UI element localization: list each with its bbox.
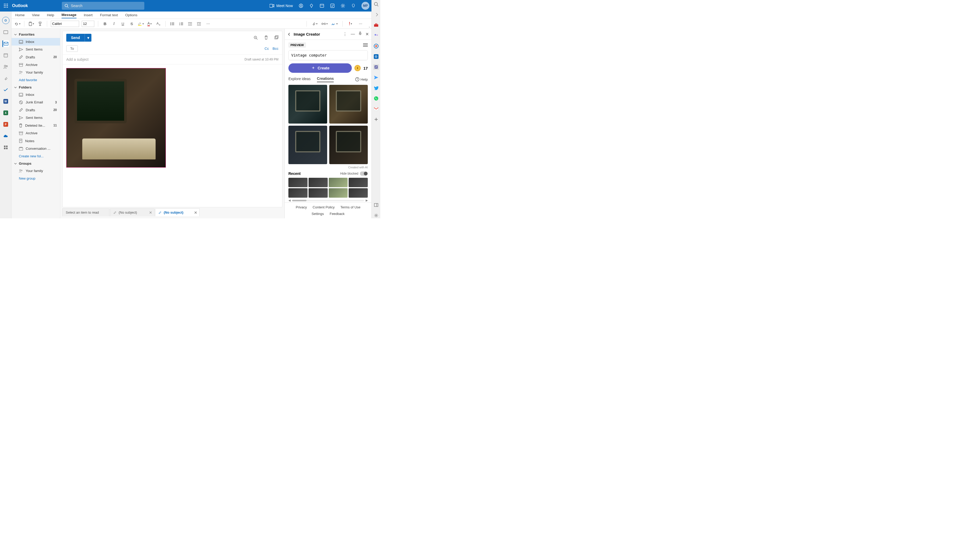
discard-button[interactable] xyxy=(264,35,268,40)
recent-thumb[interactable] xyxy=(289,178,307,187)
draft-tab-1[interactable]: (No subject)✕ xyxy=(110,208,155,216)
creation-thumbnail-1[interactable] xyxy=(289,85,327,123)
folder-junk[interactable]: Junk Email3 xyxy=(12,98,60,106)
search-input[interactable] xyxy=(71,4,117,8)
draft-tab-2[interactable]: (No subject)✕ xyxy=(155,208,200,216)
settings-icon[interactable] xyxy=(340,3,345,8)
excel-icon[interactable]: X xyxy=(2,110,9,116)
tab-home[interactable]: Home xyxy=(15,12,25,18)
format-painter-button[interactable] xyxy=(37,21,43,27)
minimize-button[interactable]: — xyxy=(351,32,355,37)
meet-now-button[interactable]: Meet Now xyxy=(270,4,293,8)
add-favorite-link[interactable]: Add favorite xyxy=(12,76,60,84)
pin-button[interactable] xyxy=(359,32,362,37)
search-box[interactable] xyxy=(62,2,144,10)
profile-avatar[interactable]: MP xyxy=(362,2,369,10)
decrease-indent-button[interactable] xyxy=(187,21,193,27)
bullet-list-button[interactable] xyxy=(169,21,175,27)
mail-new-icon[interactable] xyxy=(2,29,9,36)
to-button[interactable]: To xyxy=(66,45,78,52)
importance-button[interactable]: !▾ xyxy=(347,21,354,27)
folders-header[interactable]: Folders xyxy=(12,84,60,91)
reading-tab-notice[interactable]: Select an item to read xyxy=(62,208,110,216)
toolbox-icon[interactable] xyxy=(373,22,379,28)
recent-thumb[interactable] xyxy=(349,178,368,187)
copilot-icon[interactable] xyxy=(373,43,379,49)
side-panel-icon[interactable] xyxy=(373,202,379,208)
subject-input[interactable] xyxy=(66,57,245,62)
twitter-icon[interactable] xyxy=(373,85,379,91)
recent-thumb[interactable] xyxy=(329,178,348,187)
font-color-button[interactable]: A▾ xyxy=(147,21,153,27)
footer-terms[interactable]: Terms of Use xyxy=(340,205,360,209)
folder-conversation[interactable]: Conversation ... xyxy=(12,145,60,152)
folder-notes[interactable]: Notes xyxy=(12,137,60,145)
zoom-button[interactable] xyxy=(253,35,258,40)
mail-icon[interactable] xyxy=(2,40,9,47)
designer-icon[interactable] xyxy=(373,64,379,70)
clear-formatting-button[interactable]: A✕ xyxy=(155,21,162,27)
folder-drafts[interactable]: Drafts20 xyxy=(12,106,60,114)
increase-indent-button[interactable] xyxy=(196,21,202,27)
gmail-icon[interactable] xyxy=(373,106,379,112)
groups-header[interactable]: Groups xyxy=(12,160,60,167)
whatsapp-icon[interactable] xyxy=(373,95,379,101)
prompt-input[interactable]: Vintage computer xyxy=(289,50,368,60)
folder-sent-fav[interactable]: Sent Items xyxy=(12,45,60,53)
folder-sent[interactable]: Sent Items xyxy=(12,114,60,122)
more-formatting-button[interactable]: ⋯ xyxy=(205,21,211,27)
tab-creations[interactable]: Creations xyxy=(317,77,334,82)
footer-settings[interactable]: Settings xyxy=(312,212,324,216)
cc-button[interactable]: Cc xyxy=(265,47,269,50)
onedrive-icon[interactable] xyxy=(2,132,9,139)
tab-help[interactable]: Help xyxy=(47,12,54,18)
attachments-icon[interactable] xyxy=(2,75,9,82)
recent-thumb[interactable] xyxy=(329,188,348,198)
calendar-icon[interactable] xyxy=(2,52,9,58)
folder-deleted[interactable]: Deleted Ite...11 xyxy=(12,122,60,129)
tab-insert[interactable]: Insert xyxy=(84,12,93,18)
premium-icon[interactable] xyxy=(309,3,314,8)
font-size-select[interactable] xyxy=(82,21,94,27)
numbered-list-button[interactable]: 123 xyxy=(178,21,184,27)
highlight-button[interactable]: ▾ xyxy=(137,21,144,27)
task-complete-icon[interactable] xyxy=(330,3,335,8)
more-apps-icon[interactable] xyxy=(2,144,9,151)
font-name-select[interactable] xyxy=(51,21,79,27)
send-button[interactable]: Send xyxy=(66,34,85,42)
undo-button[interactable]: ▾ xyxy=(14,21,20,27)
send-dropdown[interactable]: ▾ xyxy=(85,34,92,42)
strikethrough-button[interactable]: S xyxy=(128,21,135,27)
recent-thumb[interactable] xyxy=(309,188,328,198)
tab-message[interactable]: Message xyxy=(62,12,77,18)
folder-archive-fav[interactable]: Archive xyxy=(12,61,60,68)
popout-button[interactable] xyxy=(274,35,279,40)
search-icon[interactable] xyxy=(373,1,379,7)
folder-inbox-fav[interactable]: Inbox xyxy=(12,38,60,45)
creation-thumbnail-3[interactable] xyxy=(289,126,327,164)
recent-thumb[interactable] xyxy=(309,178,328,187)
hamburger-icon[interactable] xyxy=(363,43,368,47)
link-button[interactable]: ▾ xyxy=(321,21,328,27)
favorites-header[interactable]: Favorites xyxy=(12,31,60,38)
email-body-editor[interactable] xyxy=(63,64,282,207)
folder-drafts-fav[interactable]: Drafts20 xyxy=(12,53,60,61)
ribbon-collapse-button[interactable]: ⌄ xyxy=(368,25,370,28)
send-rail-icon[interactable] xyxy=(373,75,379,80)
collapse-icon[interactable] xyxy=(373,12,379,18)
group-family[interactable]: Your family xyxy=(12,167,60,175)
footer-privacy[interactable]: Privacy xyxy=(296,205,307,209)
footer-content-policy[interactable]: Content Policy xyxy=(313,205,335,209)
back-button[interactable] xyxy=(287,32,291,36)
help-button[interactable]: ?Help xyxy=(355,77,368,82)
tab-view[interactable]: View xyxy=(32,12,40,18)
tab-explore-ideas[interactable]: Explore ideas xyxy=(289,77,311,82)
creation-thumbnail-4[interactable] xyxy=(329,126,368,164)
signature-button[interactable]: ▾ xyxy=(331,21,338,27)
tab-options[interactable]: Options xyxy=(125,12,137,18)
bold-button[interactable]: B xyxy=(102,21,108,27)
folder-archive[interactable]: Archive xyxy=(12,129,60,137)
close-tab-2[interactable]: ✕ xyxy=(194,210,197,215)
bcc-button[interactable]: Bcc xyxy=(272,47,279,50)
folder-family-fav[interactable]: Your family xyxy=(12,68,60,76)
